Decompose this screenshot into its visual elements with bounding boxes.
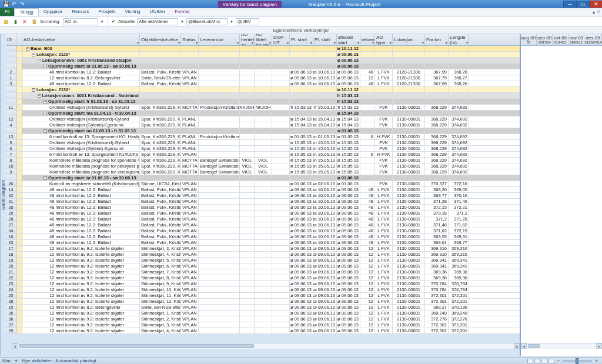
aohentet-cell[interactable] (240, 328, 255, 333)
task-row[interactable]: 3048 mnd kontroll av 12.2: BallastBallas… (6, 205, 520, 211)
task-row[interactable]: 3448 mnd kontroll av 12.2: BallastBallas… (6, 228, 520, 234)
relven-cell[interactable]: 12 (360, 316, 375, 322)
aohentet-cell[interactable] (240, 122, 255, 128)
status-cell[interactable]: VPLAN (181, 234, 199, 239)
task-row[interactable]: 1512 mnd kontroll av 8.2: BetongsvillerS… (6, 305, 520, 310)
lokasjon-cell[interactable] (393, 52, 425, 57)
relven-cell[interactable] (360, 140, 375, 145)
plslutt-cell[interactable]: ma 10.06.13 (313, 240, 337, 245)
aotype-cell[interactable]: L FVK (375, 211, 393, 216)
column-header[interactable]: Leverandør▾ (199, 34, 240, 45)
zoom-in-button[interactable]: + (593, 358, 600, 363)
object-cell[interactable]: Ballast, Pukk, Kristiansand stz (140, 69, 181, 75)
lokasjon-cell[interactable]: 2130-00001 (393, 187, 425, 192)
onsketstart-cell[interactable]: sø 09.06.13 (337, 275, 360, 280)
relven-cell[interactable]: 48 (360, 69, 375, 75)
plstart-cell[interactable] (290, 93, 313, 98)
status-cell[interactable]: PLANL (181, 134, 199, 139)
aotildelt-cell[interactable] (255, 181, 272, 186)
onsketstart-cell[interactable]: sø 09.06.13 (337, 58, 360, 63)
column-header[interactable]: Fra km▾ (425, 34, 449, 45)
plstart-cell[interactable]: on 15.05.13 (290, 158, 313, 163)
supplier-cell[interactable] (199, 69, 240, 75)
minimize-button[interactable]: ─ (563, 1, 576, 8)
plslutt-cell[interactable]: sø 09.06.13 (313, 328, 337, 333)
plstart-cell[interactable]: lø 01.06.13 (290, 181, 313, 186)
filter1-arrow-icon[interactable]: ▼ (180, 20, 184, 24)
close-button[interactable]: ✕ (589, 1, 602, 8)
aotildelt-cell[interactable] (255, 258, 272, 263)
summary-row[interactable]: −Opprinnelig start: lø 01.06.13 - sø 30.… (6, 175, 520, 181)
aotildelt-cell[interactable] (255, 216, 272, 222)
plstart-cell[interactable]: ma 15.04.13 (290, 122, 313, 128)
relven-cell[interactable] (360, 58, 375, 63)
onsketstart-cell[interactable]: sø 09.06.13 (337, 322, 360, 328)
object-cell[interactable] (140, 46, 181, 51)
supplier-cell[interactable] (199, 316, 240, 322)
aotype-cell[interactable]: FVK (375, 140, 393, 145)
lengde-cell[interactable]: 368,27 (449, 75, 469, 81)
lokasjon-cell[interactable]: 2130-00001 (393, 252, 425, 257)
task-name-cell[interactable]: 48 mnd kontroll av 12.2: Ballast (22, 228, 140, 233)
onsketstart-cell[interactable]: sø 09.06.13 (337, 252, 360, 257)
plstart-cell[interactable]: sø 09.06.13 (290, 269, 313, 275)
plstart-cell[interactable]: sø 09.06.13 (290, 246, 313, 251)
plslutt-cell[interactable]: sø 09.06.13 (313, 322, 337, 328)
column-header[interactable]: Pl. slutt▾ (313, 34, 337, 45)
onsketstart-cell[interactable]: sø 09.06.13 (337, 75, 360, 81)
plstart-cell[interactable]: on 15.05.13 (290, 146, 313, 151)
plslutt-cell[interactable] (313, 111, 337, 116)
aohentet-cell[interactable] (240, 252, 255, 257)
object-cell[interactable]: Skinneskjøt, 7, Kristiansand - (140, 269, 181, 275)
status-cell[interactable]: VPLAN (181, 152, 199, 157)
aohentet-cell[interactable] (240, 322, 255, 328)
relven-cell[interactable]: 48 (360, 216, 375, 222)
task-name-cell[interactable]: 12 mnd kontroll av 9.2: Isolerte skjøter (22, 252, 140, 257)
task-row[interactable]: 2312 mnd kontroll av 9.2: Isolerte skjøt… (6, 281, 520, 287)
relven-cell[interactable]: 48 (360, 228, 375, 233)
object-cell[interactable]: Skinneskjøt, 3, Kristiansand - (140, 322, 181, 328)
ribbon-tab-ressurs[interactable]: Ressurs (67, 8, 93, 16)
lokasjon-cell[interactable] (393, 99, 425, 104)
aotildelt-cell[interactable] (255, 305, 272, 310)
frakm-cell[interactable] (425, 46, 449, 51)
status-cell[interactable] (181, 46, 199, 51)
lengde-cell[interactable]: 372,276 (449, 316, 469, 322)
relven-cell[interactable] (360, 181, 375, 186)
status-cell[interactable]: VPLAN (181, 81, 199, 86)
task-name-cell[interactable]: 48 mnd kontroll av 12.2: Ballast (22, 234, 140, 239)
task-name-cell[interactable]: 12 mnd kontroll av 9.2: Isolerte skjøter (22, 281, 140, 286)
plslutt-cell[interactable]: on 15.05.13 (313, 169, 337, 175)
supplier-cell[interactable] (199, 269, 240, 275)
lengde-cell[interactable]: 371,28 (449, 216, 469, 222)
plslutt-cell[interactable]: sø 09.06.13 (313, 246, 337, 251)
frakm-cell[interactable] (425, 52, 449, 57)
lokasjon-cell[interactable]: 2130-00001 (393, 275, 425, 280)
column-header[interactable]: AO type▾ (375, 34, 393, 45)
lengde-cell[interactable]: 374,692 (449, 146, 469, 151)
lokasjon-cell[interactable]: 2130-00001 (393, 316, 425, 322)
object-cell[interactable]: Skinneskjøt, 3, Kristiansand - (140, 246, 181, 251)
column-header[interactable]: Status▾ (181, 34, 199, 45)
plstart-cell[interactable]: sø 09.06.13 (290, 310, 313, 316)
task-row[interactable]: 8Kontrollere måledata prognose for sporv… (6, 158, 520, 163)
aotype-cell[interactable]: FVK (375, 163, 393, 169)
supplier-cell[interactable] (199, 263, 240, 269)
qat-redo-icon[interactable]: ↷ (19, 1, 26, 8)
object-cell[interactable]: Spor, Km368,229, Kristiansan (140, 163, 181, 169)
lokasjon-cell[interactable]: 2130-00001 (393, 122, 425, 128)
onsketstart-cell[interactable]: sø 09.06.13 (337, 305, 360, 310)
lengde-cell[interactable]: 372,21 (449, 205, 469, 210)
task-row[interactable]: 2412 mnd kontroll av 9.2: Isolerte skjøt… (6, 287, 520, 293)
maximize-button[interactable]: ▭ (576, 1, 589, 8)
aotildelt-cell[interactable] (255, 146, 272, 151)
task-row[interactable]: 1448 mnd kontroll av 12.2: BallastBallas… (6, 187, 520, 193)
dop-cell[interactable] (272, 105, 290, 110)
lengde-cell[interactable]: 374,692 (449, 140, 469, 145)
status-cell[interactable]: VPLAN (181, 293, 199, 298)
dop-cell[interactable] (272, 305, 290, 310)
lokasjon-cell[interactable]: 2130-00001 (393, 310, 425, 316)
dop-cell[interactable] (272, 175, 290, 181)
task-name-cell[interactable]: 12 mnd kontroll av 9.2: Isolerte skjøter (22, 310, 140, 316)
aotype-cell[interactable] (375, 175, 393, 181)
